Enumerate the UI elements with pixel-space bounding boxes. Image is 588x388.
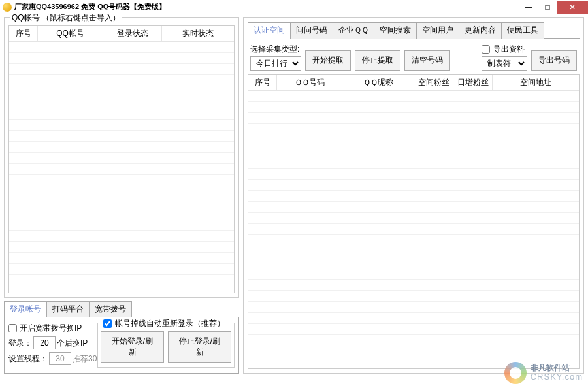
table-row xyxy=(248,246,579,257)
table-row xyxy=(9,75,234,86)
start-extract-button[interactable]: 开始提取 xyxy=(305,50,351,71)
tab-space-search[interactable]: 空间搜索 xyxy=(374,22,417,39)
table-row xyxy=(9,208,234,219)
minimize-button[interactable]: — xyxy=(519,1,538,14)
col-seq: 序号 xyxy=(9,26,38,41)
tab-tools[interactable]: 便民工具 xyxy=(501,22,544,39)
tab-enterprise[interactable]: 企业ＱＱ xyxy=(333,22,374,39)
table-row xyxy=(248,157,579,169)
collect-type-select[interactable]: 今日排行 xyxy=(250,56,301,71)
export-checkbox[interactable] xyxy=(482,45,490,54)
table-row xyxy=(9,53,234,64)
tab-verified-space[interactable]: 认证空间 xyxy=(248,22,291,39)
table-row xyxy=(248,291,579,302)
thread-hint: 推荐30 xyxy=(73,353,97,364)
table-row xyxy=(9,264,234,275)
app-icon xyxy=(3,3,12,12)
accounts-table[interactable]: 序号 QQ帐号 登录状态 实时状态 xyxy=(8,25,235,293)
tab-broadband[interactable]: 宽带拨号 xyxy=(89,301,132,317)
login-count-input[interactable] xyxy=(33,336,56,349)
rcol-nick: ＱＱ昵称 xyxy=(342,75,414,90)
rcol-daily: 日增粉丝 xyxy=(453,75,493,90)
stop-extract-button[interactable]: 停止提取 xyxy=(355,50,400,71)
table-row xyxy=(248,335,579,346)
login-tabs: 登录帐号 打码平台 宽带拨号 xyxy=(4,300,239,317)
main-tabs: 认证空间 问问号码 企业ＱＱ 空间搜索 空间用户 更新内容 便民工具 xyxy=(248,22,580,39)
login-right-col: 帐号掉线自动重新登录（推荐） 开始登录/刷新 停止登录/刷新 xyxy=(97,323,235,368)
tab-captcha[interactable]: 打码平台 xyxy=(46,301,90,317)
tab-updates[interactable]: 更新内容 xyxy=(459,22,502,39)
table-row xyxy=(248,313,579,324)
auto-relogin-checkbox[interactable] xyxy=(103,319,112,328)
thread-label: 设置线程： xyxy=(8,353,48,364)
login-count-post: 个后换IP xyxy=(57,338,88,349)
table-row xyxy=(248,324,579,335)
start-login-button[interactable]: 开始登录/刷新 xyxy=(101,331,164,363)
table-row xyxy=(9,131,234,142)
rcol-fans: 空间粉丝 xyxy=(414,75,453,90)
table-row xyxy=(248,202,579,213)
login-panel: 开启宽带拨号换IP 登录： 个后换IP 设置线程： 推荐30 xyxy=(4,317,239,374)
close-button[interactable]: ✕ xyxy=(557,1,588,14)
accounts-tbody xyxy=(9,42,234,278)
table-row xyxy=(9,219,234,231)
stop-login-button[interactable]: 停止登录/刷新 xyxy=(168,331,231,363)
tab-space-user[interactable]: 空间用户 xyxy=(416,22,459,39)
table-row xyxy=(9,242,234,253)
rcol-seq: 序号 xyxy=(248,75,277,90)
thread-input xyxy=(49,352,71,365)
rcol-qq: ＱＱ号码 xyxy=(277,75,342,90)
table-row xyxy=(9,108,234,120)
accounts-thead: 序号 QQ帐号 登录状态 实时状态 xyxy=(9,26,234,42)
left-pane: QQ帐号 （鼠标右键点击导入） 序号 QQ帐号 登录状态 实时状态 登录帐号 打… xyxy=(4,17,239,374)
table-row xyxy=(9,231,234,242)
table-row xyxy=(248,180,579,191)
accounts-legend: QQ帐号 （鼠标右键点击导入） xyxy=(10,12,122,24)
table-row xyxy=(248,191,579,202)
collect-type-label: 选择采集类型: xyxy=(250,44,301,55)
table-row xyxy=(248,302,579,313)
table-row xyxy=(9,64,234,75)
auto-relogin-label: 帐号掉线自动重新登录（推荐） xyxy=(115,319,225,328)
table-row xyxy=(9,164,234,175)
tab-wenwen[interactable]: 问问号码 xyxy=(290,22,333,39)
export-button[interactable]: 导出号码 xyxy=(531,50,577,71)
broadband-label: 开启宽带拨号换IP xyxy=(20,323,82,334)
broadband-checkbox[interactable] xyxy=(8,324,17,332)
table-row xyxy=(248,113,579,124)
table-row xyxy=(248,102,579,113)
table-row xyxy=(248,280,579,291)
maximize-button[interactable]: □ xyxy=(538,1,557,14)
table-row xyxy=(248,135,579,146)
login-settings-box: 登录帐号 打码平台 宽带拨号 开启宽带拨号换IP 登录： 个后换IP xyxy=(4,300,239,374)
clear-numbers-button[interactable]: 清空号码 xyxy=(404,50,450,71)
table-row xyxy=(248,213,579,224)
main-content: QQ帐号 （鼠标右键点击导入） 序号 QQ帐号 登录状态 实时状态 登录帐号 打… xyxy=(0,14,588,376)
controls-row: 选择采集类型: 今日排行 开始提取 停止提取 清空号码 导出资料 制表符 导出号… xyxy=(248,44,580,71)
table-row xyxy=(248,124,579,135)
table-row xyxy=(248,257,579,268)
accounts-group: QQ帐号 （鼠标右键点击导入） 序号 QQ帐号 登录状态 实时状态 xyxy=(4,17,239,298)
table-row xyxy=(9,186,234,197)
results-table[interactable]: 序号 ＱＱ号码 ＱＱ昵称 空间粉丝 日增粉丝 空间地址 xyxy=(248,74,580,369)
table-row xyxy=(248,224,579,235)
login-left-col: 开启宽带拨号换IP 登录： 个后换IP 设置线程： 推荐30 xyxy=(8,323,92,368)
window-buttons: — □ ✕ xyxy=(519,1,588,14)
table-row xyxy=(248,346,579,357)
table-row xyxy=(9,97,234,108)
table-row xyxy=(248,169,579,180)
table-row xyxy=(248,235,579,246)
table-row xyxy=(9,253,234,264)
col-login: 登录状态 xyxy=(103,26,162,41)
col-realtime: 实时状态 xyxy=(162,26,234,41)
login-count-pre: 登录： xyxy=(8,338,32,349)
table-row xyxy=(9,197,234,208)
table-row xyxy=(248,268,579,280)
export-delimiter-select[interactable]: 制表符 xyxy=(482,56,527,71)
window-title: 厂家惠QQ43596962 免费 QQ号码器【免费版】 xyxy=(14,2,166,12)
tab-login-account[interactable]: 登录帐号 xyxy=(4,301,47,317)
export-checkbox-label: 导出资料 xyxy=(482,44,525,55)
col-qq: QQ帐号 xyxy=(38,26,103,41)
table-row xyxy=(9,142,234,153)
table-row xyxy=(9,120,234,131)
